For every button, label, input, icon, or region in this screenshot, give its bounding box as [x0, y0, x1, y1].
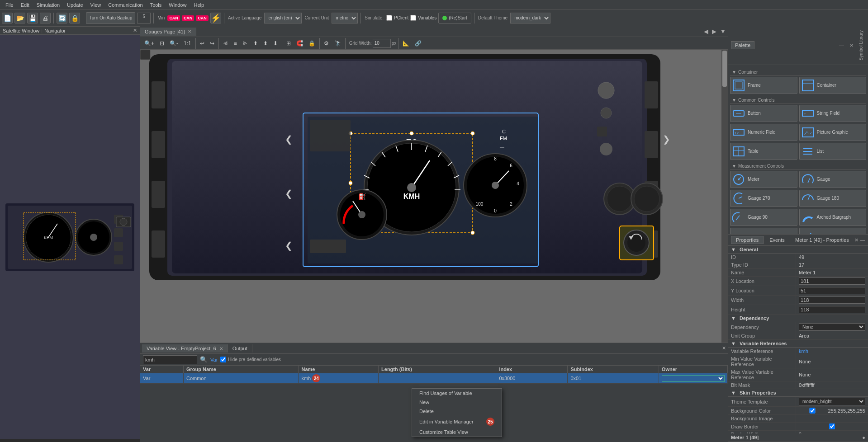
auto-backup-btn[interactable]: Turn On Auto Backup — [86, 12, 135, 24]
align-center-btn[interactable]: ≡ — [232, 38, 239, 48]
canvas-settings-btn[interactable]: ⚙ — [322, 38, 331, 48]
can-btn-2[interactable]: CAN — [182, 15, 194, 21]
zoom-in-btn[interactable]: 🔍+ — [142, 38, 157, 48]
unit-select[interactable]: metric — [332, 13, 358, 24]
var-row-kmh[interactable]: Var Common kmh 24 0x3000 0x01 — [140, 373, 728, 384]
canvas-area[interactable]: 50 — [140, 50, 728, 442]
prop-yloc-input[interactable] — [799, 287, 865, 294]
undo-btn[interactable]: ↩ — [198, 38, 207, 48]
prop-border-value[interactable] — [796, 423, 868, 430]
restart-btn[interactable]: (Re)Start — [438, 13, 471, 24]
save-icon[interactable]: 💾 — [27, 13, 38, 24]
measurement-collapse[interactable]: ▼ — [732, 164, 736, 169]
palette-arched-bargraph[interactable]: Arched Bargraph — [799, 209, 867, 226]
prop-yloc-value[interactable] — [796, 286, 868, 295]
prop-bgcolor-checkbox[interactable] — [799, 408, 826, 414]
menu-edit[interactable]: Edit — [17, 1, 33, 9]
align-bottom-btn[interactable]: ⬇ — [271, 38, 280, 48]
grid-input[interactable] — [373, 39, 391, 48]
prop-width-value[interactable] — [796, 296, 868, 305]
zoom-100-btn[interactable]: 1:1 — [181, 38, 194, 48]
can-btn-1[interactable]: CAN — [167, 15, 180, 21]
palette-string-field[interactable]: T String Field — [799, 105, 867, 122]
zoom-fit-btn[interactable]: ⊡ — [157, 38, 166, 48]
props-tab-events[interactable]: Events — [764, 236, 790, 244]
palette-linear-bargraph[interactable]: Linear Bargraph — [730, 228, 797, 234]
hide-predefined-checkbox[interactable] — [220, 357, 226, 362]
var-view-close[interactable]: ✕ — [722, 345, 726, 351]
palette-graph[interactable]: Graph — [799, 228, 867, 234]
align-left-btn[interactable]: ⫷ — [221, 38, 231, 48]
prop-xloc-value[interactable] — [796, 277, 868, 286]
prop-height-input[interactable] — [799, 306, 865, 313]
row-owner-select[interactable] — [662, 375, 725, 382]
tab-nav-left[interactable]: ◀ — [702, 27, 710, 36]
var-var-label[interactable]: Var — [210, 357, 218, 362]
prop-height-value[interactable] — [796, 305, 868, 314]
lock-toggle-btn[interactable]: 🔒 — [306, 38, 318, 48]
props-minimize[interactable]: — — [860, 237, 865, 243]
align-right-btn[interactable]: ⫸ — [240, 38, 250, 48]
refresh-icon[interactable]: 🔄 — [57, 13, 67, 24]
prop-theme-value[interactable]: modern_bright — [796, 397, 868, 406]
symbol-library-tab[interactable]: Symbol Library — [857, 28, 865, 63]
menu-communication[interactable]: Communication — [104, 1, 146, 9]
var-search-btn[interactable]: 🔍 — [200, 356, 208, 363]
props-tab-properties[interactable]: Properties — [731, 236, 764, 244]
canvas-extra-btn2[interactable]: 🔗 — [413, 38, 424, 48]
props-footer-minimize[interactable]: ● — [862, 435, 865, 440]
prop-xloc-input[interactable] — [799, 277, 865, 285]
ctx-new[interactable]: New — [412, 398, 502, 407]
snap-btn[interactable]: 🧲 — [294, 38, 305, 48]
pclient-checkbox[interactable] — [386, 15, 392, 21]
palette-container[interactable]: Container — [799, 77, 867, 94]
prop-varref-value[interactable]: kmh — [796, 348, 868, 355]
tab-nav-down[interactable]: ▼ — [718, 27, 728, 36]
ctx-edit[interactable]: Edit in Variable Manager 25 — [412, 416, 502, 428]
prop-bgcolor-value[interactable]: 255,255,255,255 — [796, 407, 868, 414]
menu-view[interactable]: View — [87, 1, 105, 9]
prop-border-checkbox[interactable] — [799, 423, 865, 429]
prop-theme-select[interactable]: modern_bright — [799, 398, 865, 405]
theme-select[interactable]: modern_dark — [510, 13, 550, 24]
prop-varref-link[interactable]: kmh — [799, 348, 808, 354]
palette-list[interactable]: List — [799, 143, 867, 160]
vscrollbar-thumb[interactable] — [722, 51, 727, 87]
menu-help[interactable]: Help — [190, 1, 208, 9]
align-top-btn[interactable]: ⬆ — [251, 38, 260, 48]
menu-file[interactable]: File — [2, 1, 17, 9]
palette-close[interactable]: ✕ — [849, 42, 854, 48]
can-btn-3[interactable]: CAN — [196, 15, 209, 21]
var-view-tab[interactable]: Variable View - EmptyProject_6 ✕ — [142, 344, 228, 353]
canvas-zoom-btn[interactable]: 🔭 — [332, 38, 343, 48]
output-tab[interactable]: Output — [228, 344, 252, 353]
new-file-icon[interactable]: 📄 — [2, 13, 13, 24]
palette-gauge180[interactable]: Gauge 180 — [799, 190, 867, 207]
common-collapse[interactable]: ▼ — [732, 98, 736, 103]
palette-table[interactable]: Table — [730, 143, 797, 160]
canvas-extra-btn1[interactable]: 📐 — [400, 38, 412, 48]
container-collapse[interactable]: ▼ — [732, 70, 736, 75]
variables-checkbox[interactable] — [410, 15, 416, 21]
print-icon[interactable]: 🖨 — [40, 13, 51, 24]
palette-gauge90[interactable]: Gauge 90 — [730, 209, 797, 226]
palette-gauge[interactable]: Gauge — [799, 171, 867, 188]
menu-simulation[interactable]: Simulation — [33, 1, 63, 9]
menu-window[interactable]: Window — [165, 1, 190, 9]
satellite-close[interactable]: ✕ — [133, 28, 137, 33]
palette-tab-palette[interactable]: Palette — [731, 41, 754, 49]
palette-picture-graphic[interactable]: Picture Graphic — [799, 124, 867, 141]
palette-minimize[interactable]: — — [839, 42, 844, 48]
prop-dep-value[interactable]: None — [796, 322, 868, 332]
tab-nav-right[interactable]: ▶ — [710, 27, 718, 36]
menu-update[interactable]: Update — [63, 1, 86, 9]
lock-icon[interactable]: 🔒 — [69, 13, 80, 24]
signal-icon[interactable]: ⚡ — [210, 13, 221, 24]
open-file-icon[interactable]: 📂 — [14, 13, 25, 24]
palette-gauge270[interactable]: Gauge 270 — [730, 190, 797, 207]
palette-numeric-field[interactable]: 12 Numeric Field — [730, 124, 797, 141]
language-select[interactable]: english (en) — [264, 13, 302, 24]
redo-btn[interactable]: ↪ — [208, 38, 217, 48]
ctx-delete[interactable]: Delete — [412, 407, 502, 416]
palette-frame[interactable]: Frame — [730, 77, 797, 94]
